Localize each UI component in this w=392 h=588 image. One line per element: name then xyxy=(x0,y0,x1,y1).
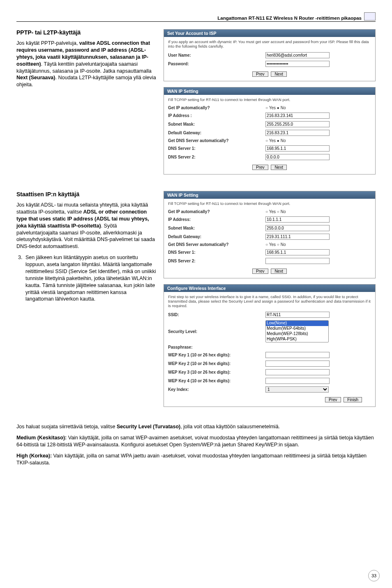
wan1-next-button[interactable]: Next xyxy=(271,165,287,170)
wan1-gw-input[interactable] xyxy=(265,130,330,136)
wifi-sec-opt-high[interactable]: High(WPA-PSK) xyxy=(266,337,328,342)
wan2-desc: Fill TCP/IP setting for RT-N11 to connec… xyxy=(168,201,371,206)
isp-pass-input[interactable] xyxy=(265,61,330,67)
page-header: Langattoman RT-N11 EZ Wireless N Router … xyxy=(16,12,376,22)
router-icon xyxy=(364,12,376,21)
wifi-ssid-lbl: SSID: xyxy=(168,312,265,317)
wifi-sec-opt-low[interactable]: Low(None) xyxy=(266,321,328,326)
wan2-dns2-lbl: DNS Server 2: xyxy=(168,259,265,263)
step-3: Sen jälkeen kun liitäntätyypin asetus on… xyxy=(24,254,156,303)
bottom-p3: High (Korkea): Vain käyttäjät, joilla on… xyxy=(16,452,376,466)
wifi-k2-lbl: WEP Key 2 (10 or 26 hex digits): xyxy=(168,361,265,366)
page-number: 33 xyxy=(368,570,380,581)
wan2-dns1-input[interactable] xyxy=(265,249,330,255)
bottom-p2: Medium (Keskitaso): Vain käyttäjät, joil… xyxy=(16,434,376,448)
isp-user-label: User Name: xyxy=(168,53,265,57)
wan2-dns1-lbl: DNS Server 1: xyxy=(168,250,265,255)
wan1-autoip-lbl: Get IP automatically? xyxy=(168,106,265,110)
wifi-pass-lbl: Passphrase: xyxy=(168,345,265,349)
isp-next-button[interactable]: Next xyxy=(271,71,287,77)
wan1-ip-lbl: IP Address : xyxy=(168,113,265,118)
wifi-k4-lbl: WEP Key 4 (10 or 26 hex digits): xyxy=(168,379,265,383)
bottom-p1: Jos haluat suojata siirrettäviä tietoja,… xyxy=(16,423,376,430)
wan2-ip-input[interactable] xyxy=(265,216,330,223)
wan1-dns2-input[interactable] xyxy=(265,154,330,160)
pptp-heading: PPTP- tai L2TP-käyttäjä xyxy=(16,29,156,36)
pptp-para: Jos käytät PPTP-palveluja, valitse ADSL … xyxy=(16,40,156,88)
wan2-autoip-lbl: Get IP automatically? xyxy=(168,209,265,214)
isp-prev-button[interactable]: Prev xyxy=(252,71,268,77)
wifi-k1-input[interactable] xyxy=(265,352,330,358)
guide-title: Langattoman RT-N11 EZ Wireless N Router … xyxy=(217,16,362,21)
isp-pass-label: Password: xyxy=(168,62,265,66)
wan2-next-button[interactable]: Next xyxy=(271,269,287,274)
isp-user-input[interactable] xyxy=(265,52,330,58)
wan1-dns1-lbl: DNS Server 1: xyxy=(168,146,265,151)
wan2-panel: WAN IP Setting Fill TCP/IP setting for R… xyxy=(164,191,376,278)
wan2-mask-input[interactable] xyxy=(265,225,330,231)
wifi-k1-lbl: WEP Key 1 (10 or 26 hex digits): xyxy=(168,353,265,357)
wifi-sec-select[interactable]: Low(None) Medium(WEP-64bits) Medium(WEP-… xyxy=(265,320,329,342)
wan1-dns1-input[interactable] xyxy=(265,145,330,152)
wan2-ip-lbl: IP Address: xyxy=(168,217,265,222)
wan1-desc: Fill TCP/IP setting for RT-N11 to connec… xyxy=(168,97,371,102)
wifi-sec-opt-med128[interactable]: Medium(WEP-128bits) xyxy=(266,331,328,337)
wan2-gw-lbl: Default Gateway: xyxy=(168,234,265,239)
isp-panel-desc: If you apply an account with dynamic IP.… xyxy=(168,39,371,48)
wifi-ki-lbl: Key Index: xyxy=(168,387,265,392)
static-para: Jos käytät ADSL- tai muuta sellaista yht… xyxy=(16,202,156,250)
wan1-panel: WAN IP Setting Fill TCP/IP setting for R… xyxy=(164,87,376,175)
wan1-autodns-lbl: Get DNS Server automatically? xyxy=(168,138,265,143)
wifi-ssid-input[interactable] xyxy=(265,312,330,318)
wifi-prev-button[interactable]: Prev xyxy=(325,397,341,402)
static-heading: Staattisen IP:n käyttäjä xyxy=(16,191,156,198)
wan2-autodns-radio[interactable]: ○ Yes ○ No xyxy=(265,242,371,247)
wan2-mask-lbl: Subnet Mask: xyxy=(168,226,265,230)
wan2-dns2-input[interactable] xyxy=(265,258,330,264)
wifi-desc: First step to set your wireless interfac… xyxy=(168,294,371,308)
wifi-k2-input[interactable] xyxy=(265,361,330,367)
wifi-ki-select[interactable]: 1 xyxy=(265,386,329,393)
wifi-k3-input[interactable] xyxy=(265,369,330,375)
wan1-autoip-radio[interactable]: ○ Yes ● No xyxy=(265,106,371,110)
wan2-title: WAN IP Setting xyxy=(164,191,375,199)
wan2-autoip-radio[interactable]: ○ Yes ○ No xyxy=(265,209,371,214)
wifi-sec-opt-med64[interactable]: Medium(WEP-64bits) xyxy=(266,326,328,331)
wan1-prev-button[interactable]: Prev xyxy=(252,165,268,170)
wifi-title: Configure Wireless Interface xyxy=(164,285,375,292)
wifi-finish-button[interactable]: Finish xyxy=(344,397,362,402)
isp-panel-title: Set Your Account to ISP xyxy=(164,30,375,37)
wan1-mask-input[interactable] xyxy=(265,121,330,127)
wan1-title: WAN IP Setting xyxy=(164,87,375,95)
wifi-k4-input[interactable] xyxy=(265,378,330,384)
isp-panel: Set Your Account to ISP If you apply an … xyxy=(164,29,376,81)
wan1-autodns-radio[interactable]: ○ Yes ● No xyxy=(265,138,371,143)
wan1-ip-input[interactable] xyxy=(265,113,330,119)
wan2-autodns-lbl: Get DNS Server automatically? xyxy=(168,242,265,247)
wan1-mask-lbl: Subnet Mask: xyxy=(168,122,265,126)
wan1-gw-lbl: Default Gateway: xyxy=(168,131,265,135)
wan2-gw-input[interactable] xyxy=(265,234,330,240)
wifi-sec-lbl: Security Level: xyxy=(168,329,265,334)
wifi-panel: Configure Wireless Interface First step … xyxy=(164,284,376,407)
wan2-prev-button[interactable]: Prev xyxy=(252,269,268,274)
wifi-k3-lbl: WEP Key 3 (10 or 26 hex digits): xyxy=(168,370,265,374)
wan1-dns2-lbl: DNS Server 2: xyxy=(168,155,265,159)
